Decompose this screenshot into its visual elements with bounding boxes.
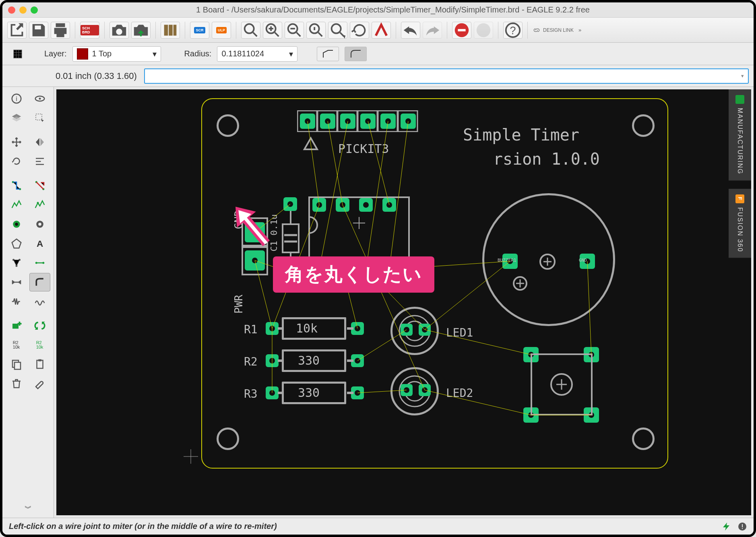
wire-tool[interactable] (6, 196, 27, 214)
route-tool[interactable] (6, 176, 27, 195)
zoom-in-button[interactable] (263, 22, 282, 39)
svg-line-88 (587, 261, 591, 355)
print-button[interactable] (51, 22, 70, 39)
layer-select[interactable]: 1 Top ▾ (72, 46, 161, 62)
value-r2-green-tool[interactable]: R2 10k (29, 336, 50, 354)
svg-line-98 (243, 215, 266, 244)
svg-rect-34 (37, 360, 43, 368)
undo-button[interactable] (401, 22, 420, 39)
meander-tool[interactable] (6, 292, 27, 311)
stop-button[interactable] (452, 22, 471, 39)
settings-tool[interactable] (29, 374, 50, 393)
svg-line-75 (319, 121, 348, 269)
bolt-icon (721, 522, 733, 531)
cam-button[interactable] (109, 22, 129, 39)
cam-export-button[interactable] (131, 22, 151, 39)
sch-brd-toggle[interactable]: SCH BRD (80, 22, 99, 39)
fusion360-tab[interactable]: F FUSION 360 (729, 189, 751, 258)
refresh-button[interactable] (350, 22, 369, 39)
titlebar: 1 Board - /Users/sakura/Documents/EAGLE/… (2, 2, 754, 18)
svg-line-84 (357, 330, 407, 361)
text-tool[interactable]: A (29, 234, 50, 253)
polygon-tool[interactable] (6, 234, 27, 253)
svg-line-85 (357, 390, 407, 393)
chip-icon (735, 95, 744, 104)
dropdown-icon: ▾ (153, 49, 157, 59)
split-tool[interactable] (6, 254, 27, 272)
net-tool[interactable] (29, 196, 50, 214)
svg-marker-24 (12, 239, 21, 248)
paste-tool[interactable] (29, 355, 50, 374)
signal-tool[interactable] (29, 292, 50, 311)
align-tool[interactable] (29, 152, 50, 171)
zoom-out-button[interactable] (285, 22, 304, 39)
move-tool[interactable] (6, 133, 27, 151)
mirror-tool[interactable] (29, 133, 50, 151)
annotation-callout: 角を丸くしたい (273, 256, 434, 293)
fusion-icon: F (735, 194, 744, 203)
svg-point-0 (245, 24, 254, 33)
board-canvas[interactable]: Simple Timer rsion 1.0.0 PICKIT3 PWR GND… (56, 89, 751, 515)
zoom-fit-button[interactable] (241, 22, 260, 39)
toolbar-overflow[interactable]: » (576, 25, 584, 35)
tool-palette: i A (2, 87, 54, 518)
zoom-select-button[interactable] (328, 22, 347, 39)
layers-tool[interactable] (6, 109, 27, 127)
svg-line-87 (425, 330, 531, 355)
line-tool[interactable] (29, 254, 50, 272)
svg-rect-33 (14, 362, 21, 370)
replace-tool[interactable] (29, 316, 50, 335)
show-tool[interactable] (29, 89, 50, 108)
svg-line-92 (343, 205, 425, 390)
redo-button[interactable] (423, 22, 442, 39)
palette-expand[interactable]: ︾ (18, 499, 39, 518)
library-button[interactable] (161, 22, 180, 39)
help-button[interactable]: ? (503, 22, 523, 39)
alert-icon (737, 522, 747, 531)
dimension-tool[interactable] (6, 273, 27, 291)
svg-line-81 (255, 260, 272, 328)
ulp-button[interactable]: ULP (212, 22, 231, 39)
ripup-tool[interactable] (29, 176, 50, 195)
side-tabs: MANUFACTURING F FUSION 360 (729, 89, 751, 515)
marquee-tool[interactable] (29, 109, 50, 127)
open-button[interactable] (7, 22, 27, 39)
value-r2-tool[interactable]: R2 10k (6, 336, 27, 354)
radius-input[interactable]: 0.11811024 ▾ (217, 46, 297, 62)
command-row: 0.01 inch (0.33 1.60) ▾ (2, 65, 754, 87)
zoom-window[interactable] (31, 6, 38, 14)
svg-line-74 (328, 121, 343, 205)
svg-point-23 (38, 223, 41, 226)
miter-straight-button[interactable] (317, 47, 339, 61)
svg-line-77 (366, 121, 388, 269)
svg-line-86 (425, 261, 510, 330)
close-window[interactable] (8, 6, 15, 14)
command-input[interactable]: ▾ (144, 68, 749, 84)
main-toolbar: SCH BRD SCR ULP ? DESIGN LINK » (2, 18, 754, 43)
scr-button[interactable]: SCR (190, 22, 209, 39)
manufacturing-tab[interactable]: MANUFACTURING (729, 89, 751, 181)
miter-round-button[interactable] (345, 47, 367, 61)
zoom-redraw-button[interactable] (306, 22, 326, 39)
svg-rect-35 (38, 359, 41, 361)
delete-tool[interactable] (6, 374, 27, 393)
svg-text:?: ? (510, 24, 516, 36)
svg-point-19 (37, 202, 39, 204)
rotate-tool[interactable] (6, 152, 27, 171)
go-button[interactable] (474, 22, 493, 39)
minimize-window[interactable] (19, 6, 27, 14)
via-tool[interactable] (6, 215, 27, 233)
svg-line-73 (308, 121, 319, 205)
hole-tool[interactable] (29, 215, 50, 233)
window-controls (8, 6, 38, 14)
info-tool[interactable]: i (6, 89, 27, 108)
svg-point-21 (15, 223, 18, 226)
copy-tool[interactable] (6, 355, 27, 374)
svg-text:i: i (16, 95, 17, 102)
add-part-tool[interactable] (6, 316, 27, 335)
miter-tool[interactable] (29, 273, 50, 291)
design-link-button[interactable]: DESIGN LINK (533, 26, 574, 34)
save-button[interactable] (29, 22, 48, 39)
cross-button[interactable] (372, 22, 391, 39)
grid-button[interactable] (7, 45, 28, 63)
